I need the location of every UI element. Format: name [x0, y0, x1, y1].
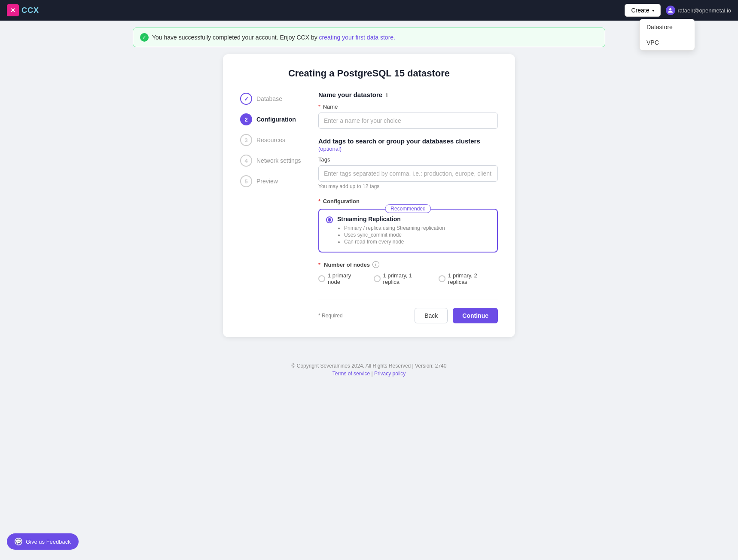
node-option-1-primary-2-replicas[interactable]: 1 primary, 2 replicas: [439, 272, 498, 285]
feedback-label: Give us Feedback: [26, 539, 71, 545]
user-avatar-icon: [666, 6, 675, 15]
banner-check-icon: ✓: [140, 33, 149, 42]
step-network-circle: 4: [240, 155, 252, 167]
name-input[interactable]: [318, 113, 498, 129]
node-options: 1 primary node 1 primary, 1 replica 1 pr…: [318, 272, 498, 285]
navbar: ✕ CCX Create ▾ rafaelr@openmetal.io: [0, 0, 738, 21]
config-section: * Configuration Recommended Streaming Re…: [318, 198, 498, 253]
chevron-down-icon: ▾: [652, 8, 654, 13]
step-configuration-label: Configuration: [256, 116, 296, 123]
user-info: rafaelr@openmetal.io: [666, 6, 731, 15]
config-label: * Configuration: [318, 198, 498, 204]
nodes-label: * Number of nodes i: [318, 261, 498, 268]
streaming-radio[interactable]: [326, 216, 333, 223]
step-database: ✓ Database: [240, 93, 305, 105]
config-bullet-1: Primary / replica using Streaming replic…: [344, 225, 445, 231]
footer-buttons: Back Continue: [415, 308, 498, 323]
node-radio-2[interactable]: [374, 275, 381, 282]
config-option-title: Streaming Replication: [337, 216, 445, 222]
node-option-3-label: 1 primary, 2 replicas: [448, 272, 498, 285]
config-bullet-2: Uses sync_commit mode: [344, 232, 445, 238]
card-body: ✓ Database 2 Configuration 3 Resources 4…: [240, 91, 498, 323]
privacy-link[interactable]: Privacy policy: [374, 371, 406, 377]
config-option-details: Streaming Replication Primary / replica …: [337, 216, 445, 246]
tags-label: Tags: [318, 156, 498, 163]
node-option-1-primary-1-replica[interactable]: 1 primary, 1 replica: [374, 272, 430, 285]
create-button[interactable]: Create ▾: [625, 4, 660, 17]
config-bullet-3: Can read from every node: [344, 239, 445, 245]
tags-hint: You may add up to 12 tags: [318, 183, 498, 189]
name-info-icon[interactable]: ℹ: [386, 92, 388, 98]
config-card[interactable]: Recommended Streaming Replication Primar…: [318, 209, 498, 253]
step-database-label: Database: [256, 95, 282, 102]
step-resources-circle: 3: [240, 134, 252, 146]
node-option-1-label: 1 primary node: [328, 272, 365, 285]
node-option-2-label: 1 primary, 1 replica: [383, 272, 430, 285]
navbar-right: Create ▾ rafaelr@openmetal.io: [625, 4, 731, 17]
create-label: Create: [631, 7, 649, 14]
radio-dot: [328, 218, 331, 222]
name-section-title: Name your datastore ℹ: [318, 91, 498, 98]
feedback-button[interactable]: 💬 Give us Feedback: [7, 533, 79, 550]
user-email: rafaelr@openmetal.io: [678, 7, 731, 14]
create-dropdown: Datastore VPC: [639, 19, 695, 51]
required-note: * Required: [318, 313, 343, 319]
feedback-icon: 💬: [15, 538, 22, 545]
back-button[interactable]: Back: [415, 308, 448, 323]
step-configuration: 2 Configuration: [240, 113, 305, 125]
config-option-streaming[interactable]: Streaming Replication Primary / replica …: [326, 216, 490, 246]
banner-text: You have successfully completed your acc…: [152, 34, 395, 41]
page-footer: © Copyright Severalnines 2024. All Right…: [0, 354, 738, 385]
card-title: Creating a PostgreSQL 15 datastore: [240, 68, 498, 79]
node-radio-3[interactable]: [439, 275, 445, 282]
form-section: Name your datastore ℹ * Name Add tags to…: [318, 91, 498, 323]
banner-link[interactable]: creating your first data store.: [319, 34, 395, 41]
required-star-name: *: [318, 103, 320, 110]
step-preview-label: Preview: [256, 178, 278, 185]
dropdown-item-datastore[interactable]: Datastore: [640, 19, 695, 35]
dropdown-item-vpc[interactable]: VPC: [640, 35, 695, 50]
step-resources-label: Resources: [256, 137, 285, 143]
tags-section-title: Add tags to search or group your databas…: [318, 137, 498, 152]
steps-sidebar: ✓ Database 2 Configuration 3 Resources 4…: [240, 91, 305, 323]
step-resources: 3 Resources: [240, 134, 305, 146]
step-preview-circle: 5: [240, 175, 252, 187]
tags-input[interactable]: [318, 165, 498, 182]
form-footer: * Required Back Continue: [318, 299, 498, 323]
step-database-circle: ✓: [240, 93, 252, 105]
logo: ✕ CCX: [7, 4, 39, 16]
continue-button[interactable]: Continue: [453, 308, 498, 323]
main-card: Creating a PostgreSQL 15 datastore ✓ Dat…: [223, 54, 515, 337]
logo-text: CCX: [21, 6, 39, 15]
step-configuration-circle: 2: [240, 113, 252, 125]
step-network: 4 Network settings: [240, 155, 305, 167]
step-network-label: Network settings: [256, 157, 301, 164]
main-content: Creating a PostgreSQL 15 datastore ✓ Dat…: [0, 54, 738, 354]
logo-icon: ✕: [7, 4, 19, 16]
optional-badge: (optional): [318, 146, 342, 152]
terms-link[interactable]: Terms of service: [332, 371, 370, 377]
step-preview: 5 Preview: [240, 175, 305, 187]
config-bullets: Primary / replica using Streaming replic…: [337, 225, 445, 245]
recommended-badge: Recommended: [385, 204, 431, 213]
success-banner: ✓ You have successfully completed your a…: [133, 27, 605, 47]
node-option-1-primary[interactable]: 1 primary node: [318, 272, 365, 285]
copyright-text: © Copyright Severalnines 2024. All Right…: [9, 363, 729, 369]
nodes-info-icon[interactable]: i: [372, 261, 379, 268]
nodes-section: * Number of nodes i 1 primary node 1 pri…: [318, 261, 498, 285]
node-radio-1[interactable]: [318, 275, 325, 282]
name-field-label: * Name: [318, 103, 498, 110]
